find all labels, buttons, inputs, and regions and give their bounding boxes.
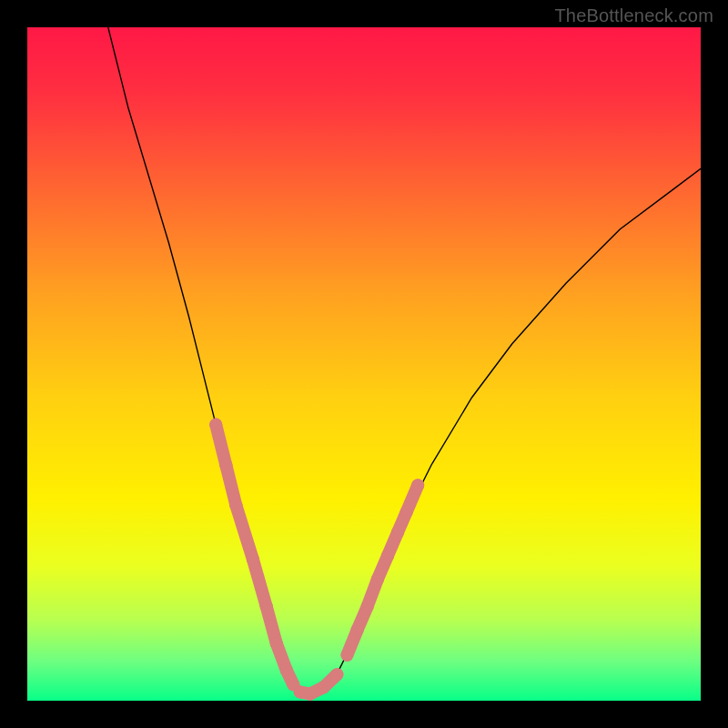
highlight-segment [407, 485, 419, 512]
curve-layer [27, 27, 701, 701]
highlight-group [209, 419, 424, 701]
watermark-text: TheBottleneck.com [554, 5, 713, 26]
highlight-segment [324, 674, 338, 687]
series-group [108, 27, 701, 694]
plot-area [27, 27, 701, 701]
chart-frame: TheBottleneck.com [0, 0, 728, 728]
highlight-segment [287, 671, 293, 685]
highlight-segment [236, 505, 253, 559]
series-right-branch [337, 168, 701, 673]
highlight-segment [253, 560, 267, 607]
